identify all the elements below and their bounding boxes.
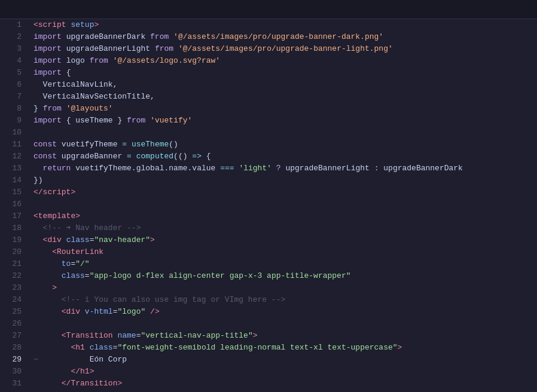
line-number-7: 7	[5, 91, 22, 103]
code-line-12: const upgradeBanner = computed(() => {	[33, 151, 537, 163]
line-number-8: 8	[5, 103, 22, 115]
line-number-25: 25	[5, 306, 22, 318]
code-line-19: <div class="nav-header">	[33, 234, 537, 246]
line-number-9: 9	[5, 115, 22, 127]
line-number-24: 24	[5, 294, 22, 306]
code-line-30: </h1>	[33, 366, 537, 378]
line-number-13: 13	[5, 163, 22, 174]
line-number-27: 27	[5, 330, 22, 342]
line-number-30: 30	[5, 366, 22, 378]
line-number-28: 28	[5, 342, 22, 354]
line-number-3: 3	[5, 43, 22, 55]
line-number-32: 32	[5, 390, 22, 392]
code-line-13: return vuetifyTheme.global.name.value ==…	[33, 163, 537, 174]
line-numbers: 1234567891011121314151617181920212223242…	[0, 19, 29, 392]
line-number-21: 21	[5, 258, 22, 270]
line-number-4: 4	[5, 55, 22, 67]
line-number-17: 17	[5, 210, 22, 222]
code-line-21: to="/"	[33, 258, 537, 270]
code-line-20: <RouterLink	[33, 246, 537, 258]
code-line-26	[33, 318, 537, 330]
line-number-20: 20	[5, 246, 22, 258]
code-line-10	[33, 127, 537, 139]
code-line-24: <!-- i You can also use img tag or VImg …	[33, 294, 537, 306]
code-line-1: <script setup>	[33, 19, 537, 31]
code-line-11: const vuetifyTheme = useTheme()	[33, 139, 537, 151]
line-number-6: 6	[5, 79, 22, 91]
line-number-1: 1	[5, 19, 22, 31]
code-line-8: } from '@layouts'	[33, 103, 537, 115]
code-line-25: <div v-html="logo" />	[33, 306, 537, 318]
code-line-23: >	[33, 282, 537, 294]
line-number-18: 18	[5, 222, 22, 234]
code-line-27: <Transition name="vertical-nav-app-title…	[33, 330, 537, 342]
code-line-31: </Transition>	[33, 378, 537, 390]
line-number-10: 10	[5, 127, 22, 139]
code-line-7: VerticalNavSectionTitle,	[33, 91, 537, 103]
code-container: 1234567891011121314151617181920212223242…	[0, 19, 537, 392]
code-line-28: <h1 class="font-weight-semibold leading-…	[33, 342, 537, 354]
line-number-12: 12	[5, 151, 22, 163]
code-line-3: import upgradeBannerLight from '@/assets…	[33, 43, 537, 55]
code-line-22: class="app-logo d-flex align-center gap-…	[33, 270, 537, 282]
code-line-15: </script>	[33, 186, 537, 198]
line-number-14: 14	[5, 174, 22, 186]
line-number-2: 2	[5, 31, 22, 43]
code-line-4: import logo from '@/assets/logo.svg?raw'	[33, 55, 537, 67]
line-number-16: 16	[5, 198, 22, 210]
code-line-29: ~ Eón Corp	[33, 354, 537, 366]
code-content: <script setup>import upgradeBannerDark f…	[29, 19, 537, 392]
line-number-23: 23	[5, 282, 22, 294]
line-number-5: 5	[5, 67, 22, 79]
code-line-16	[33, 198, 537, 210]
code-line-18: <!-- ➜ Nav header -->	[33, 222, 537, 234]
line-number-22: 22	[5, 270, 22, 282]
code-line-5: import {	[33, 67, 537, 79]
code-line-9: import { useTheme } from 'vuetify'	[33, 115, 537, 127]
code-line-2: import upgradeBannerDark from '@/assets/…	[33, 31, 537, 43]
code-line-14: })	[33, 174, 537, 186]
line-number-29: 29	[5, 354, 22, 366]
code-line-17: <template>	[33, 210, 537, 222]
line-number-26: 26	[5, 318, 22, 330]
file-header	[0, 0, 537, 19]
code-line-32: </RouterLink>	[33, 390, 537, 392]
line-number-19: 19	[5, 234, 22, 246]
line-number-31: 31	[5, 378, 22, 390]
line-number-15: 15	[5, 186, 22, 198]
code-line-6: VerticalNavLink,	[33, 79, 537, 91]
line-number-11: 11	[5, 139, 22, 151]
